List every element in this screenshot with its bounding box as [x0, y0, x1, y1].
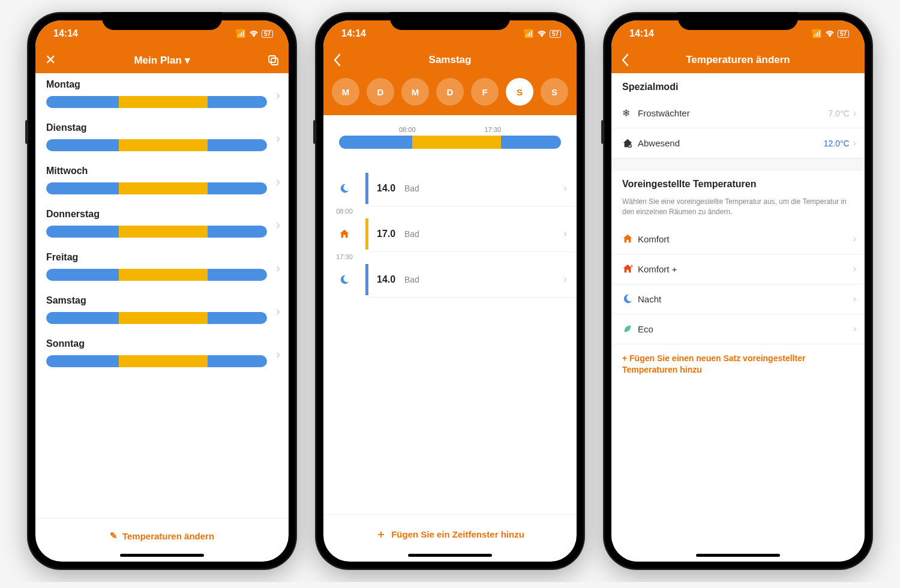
add-time-window-label: Fügen Sie ein Zeitfenster hinzu: [391, 529, 524, 539]
day-tab[interactable]: S: [541, 78, 568, 106]
status-time: 14:14: [53, 28, 78, 39]
day-tab[interactable]: D: [367, 78, 394, 106]
bar-end-label: 17:30: [484, 126, 501, 133]
presets-desc: Wählen Sie eine voreingestellte Temperat…: [611, 196, 865, 224]
home-icon: [622, 233, 638, 244]
mode-value: 7.0°C: [829, 109, 850, 118]
moon-icon: [622, 293, 638, 304]
mode-label: Abwesend: [638, 138, 680, 148]
comfort-segment: [119, 226, 207, 238]
battery-icon: 57: [550, 30, 561, 38]
chevron-right-icon: ›: [276, 261, 280, 275]
day-row[interactable]: Donnerstag ›: [35, 203, 289, 246]
wifi-icon: [537, 30, 547, 37]
day-row[interactable]: Mittwoch ›: [35, 160, 289, 203]
add-preset-button[interactable]: + Fügen Sie einen neuen Satz voreingeste…: [611, 344, 865, 385]
period-boundary-time: 17:30: [336, 253, 353, 260]
day-row[interactable]: Freitag ›: [35, 246, 289, 289]
comfort-segment: [119, 312, 207, 324]
home-indicator[interactable]: [408, 554, 492, 557]
mode-label: Frostwächter: [638, 108, 690, 118]
mode-icon: [622, 138, 638, 149]
day-tab[interactable]: M: [332, 78, 359, 106]
pencil-icon: ✎: [110, 530, 118, 541]
page-title: Samstag: [351, 54, 549, 66]
day-time-bar[interactable]: [339, 136, 561, 149]
period-row[interactable]: 14.0 Bad ›: [323, 262, 577, 298]
comfort-segment: [119, 182, 207, 194]
wifi-icon: [825, 30, 835, 37]
chevron-right-icon: ›: [563, 182, 567, 194]
home-indicator[interactable]: [696, 554, 780, 557]
time-bar: [46, 355, 267, 367]
period-room: Bad: [404, 275, 419, 284]
leaf-icon: [622, 323, 638, 334]
chevron-right-icon: ›: [563, 273, 567, 286]
chevron-right-icon: ›: [853, 138, 856, 149]
period-temp: 14.0: [377, 183, 404, 194]
preset-row[interactable]: Komfort ›: [611, 224, 865, 254]
preset-row[interactable]: Nacht ›: [611, 284, 865, 314]
day-label: Dienstag: [46, 122, 278, 133]
chevron-right-icon: ›: [276, 175, 280, 188]
status-icons: 📶 57: [236, 29, 273, 38]
close-button[interactable]: ✕: [45, 51, 63, 69]
chevron-right-icon: ›: [853, 233, 856, 244]
chevron-right-icon: ›: [563, 227, 567, 240]
day-row[interactable]: Sonntag ›: [35, 332, 289, 376]
comfort-segment: [119, 96, 207, 108]
plus-icon: ＋: [376, 527, 386, 541]
chevron-right-icon: ›: [276, 88, 280, 102]
day-row[interactable]: Samstag ›: [35, 289, 289, 332]
day-tab[interactable]: D: [436, 78, 464, 106]
day-row[interactable]: Dienstag ›: [35, 116, 289, 160]
page-title[interactable]: Mein Plan ▾: [63, 54, 261, 67]
time-bar: [46, 226, 267, 238]
back-button[interactable]: [333, 51, 351, 69]
comfort-segment: [119, 355, 207, 367]
status-time: 14:14: [629, 28, 654, 39]
period-boundary-time: 08:00: [336, 208, 353, 215]
svg-rect-1: [271, 58, 278, 65]
battery-icon: 57: [262, 30, 273, 38]
day-tab[interactable]: F: [471, 78, 499, 106]
day-tab[interactable]: M: [401, 78, 429, 106]
period-temp: 14.0: [377, 274, 404, 285]
chevron-right-icon: ›: [853, 108, 856, 119]
home-icon: [339, 229, 350, 239]
page-title: Temperaturen ändern: [639, 54, 837, 66]
day-tab[interactable]: S: [506, 78, 533, 106]
period-row[interactable]: 17.0 Bad ›: [323, 216, 577, 252]
time-bar: [46, 269, 267, 281]
chevron-right-icon: ›: [276, 304, 280, 318]
phone-frame-3: 14:14 📶 57 Temperaturen ändern Spezialmo…: [603, 12, 873, 570]
comfort-segment: [119, 139, 207, 151]
chevron-right-icon: ›: [276, 131, 280, 145]
copy-button[interactable]: [261, 51, 279, 69]
presets-title: Voreingestellte Temperaturen: [611, 170, 865, 196]
chevron-right-icon: ›: [853, 293, 856, 304]
period-room: Bad: [404, 229, 419, 239]
day-label: Samstag: [46, 295, 278, 306]
home-indicator[interactable]: [120, 554, 204, 557]
chevron-right-icon: ›: [276, 347, 280, 361]
day-row[interactable]: Montag ›: [35, 73, 289, 116]
back-button[interactable]: [621, 51, 639, 69]
chevron-right-icon: ›: [276, 218, 280, 232]
chevron-right-icon: ›: [853, 323, 856, 334]
time-bar: [46, 139, 267, 151]
comfort-segment: [412, 136, 501, 149]
preset-row[interactable]: Eco ›: [611, 314, 865, 344]
status-icons: 📶 57: [812, 29, 849, 38]
chevron-right-icon: ›: [853, 263, 856, 274]
phone-frame-1: 14:14 📶 57 ✕ Mein Plan ▾ Montag: [27, 12, 297, 570]
preset-label: Nacht: [638, 294, 661, 304]
period-row[interactable]: 14.0 Bad ›: [323, 170, 577, 206]
special-mode-row[interactable]: ❄ Frostwächter 7.0°C ›: [611, 98, 865, 128]
period-temp: 17.0: [377, 229, 404, 239]
special-mode-row[interactable]: Abwesend 12.0°C ›: [611, 128, 865, 158]
moon-icon: [339, 183, 350, 194]
time-bar: [46, 312, 267, 324]
preset-row[interactable]: + Komfort + ›: [611, 254, 865, 284]
battery-icon: 57: [838, 30, 849, 38]
